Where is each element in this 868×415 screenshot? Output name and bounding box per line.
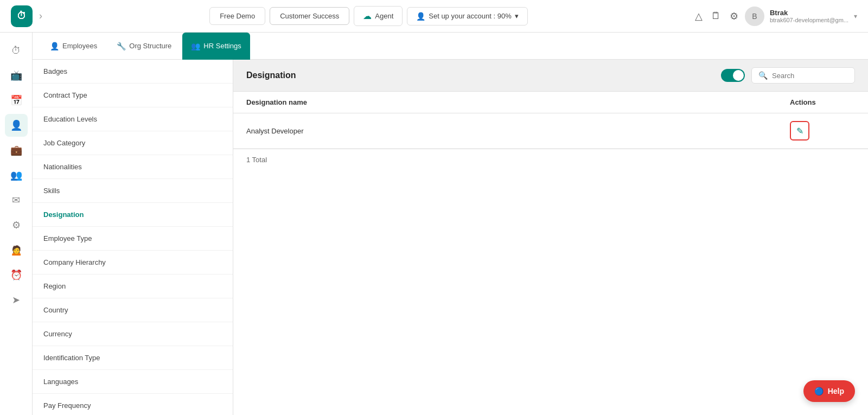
- sidebar-item-settings[interactable]: ⚙: [5, 214, 28, 237]
- main-content: Designation 🔍 Designation name: [233, 60, 868, 415]
- left-sidebar: ⏱ 📺 📅 👤 💼 👥 ✉ ⚙ 🙍 ⏰ ➤: [0, 33, 33, 415]
- settings-item-region[interactable]: Region: [33, 274, 233, 298]
- more-icon: ›: [39, 10, 42, 22]
- tab-org-structure[interactable]: 🔧 Org Structure: [108, 33, 180, 60]
- logo-button[interactable]: ⏱: [11, 5, 33, 27]
- settings-item-currency[interactable]: Currency: [33, 322, 233, 346]
- settings-item-skills[interactable]: Skills: [33, 179, 233, 203]
- designation-name-cell: Analyst Developer: [246, 127, 790, 135]
- toggle-switch[interactable]: [721, 69, 745, 82]
- user-info: Btrak btrak607-development@gm...: [770, 9, 848, 23]
- setup-chevron-icon: ▾: [515, 12, 519, 20]
- free-demo-button[interactable]: Free Demo: [209, 7, 265, 25]
- edit-action-button[interactable]: ✎: [790, 121, 809, 141]
- user-chevron-icon[interactable]: ▾: [854, 12, 857, 20]
- settings-item-languages[interactable]: Languages: [33, 370, 233, 394]
- table-header: Designation name Actions: [233, 92, 868, 113]
- sidebar-item-briefcase[interactable]: 💼: [5, 139, 28, 162]
- sidebar-item-group[interactable]: 👥: [5, 164, 28, 187]
- settings-item-designation[interactable]: Designation: [33, 203, 233, 227]
- settings-item-identification-type[interactable]: Identification Type: [33, 346, 233, 370]
- settings-item-contract-type[interactable]: Contract Type: [33, 84, 233, 107]
- settings-item-badges[interactable]: Badges: [33, 60, 233, 84]
- user-email: btrak607-development@gm...: [770, 17, 848, 23]
- sidebar-item-tv[interactable]: 📺: [5, 64, 28, 87]
- search-input[interactable]: [772, 72, 848, 80]
- avatar: B: [745, 7, 764, 26]
- header-nav: Free Demo Customer Success ☁ Agent 👤 Set…: [53, 6, 684, 26]
- sidebar-item-person[interactable]: 👤: [5, 114, 28, 137]
- search-icon: 🔍: [758, 71, 768, 80]
- settings-item-job-category[interactable]: Job Category: [33, 131, 233, 155]
- top-header: ⏱ › Free Demo Customer Success ☁ Agent 👤…: [0, 0, 868, 33]
- sub-nav: 👤 Employees 🔧 Org Structure 👥 HR Setting…: [33, 33, 868, 60]
- sidebar-item-clock[interactable]: ⏱: [5, 39, 28, 62]
- setup-button[interactable]: 👤 Set up your account : 90% ▾: [407, 7, 527, 25]
- settings-sidebar: Badges Contract Type Education Levels Jo…: [33, 60, 233, 415]
- header-right-controls: 🔍: [721, 67, 855, 84]
- total-count: 1 Total: [246, 156, 267, 164]
- main-layout: 👤 Employees 🔧 Org Structure 👥 HR Setting…: [33, 33, 868, 415]
- tab-hr-settings[interactable]: 👥 HR Settings: [182, 33, 250, 60]
- gear-button[interactable]: ⚙: [730, 10, 738, 22]
- settings-item-employee-type[interactable]: Employee Type: [33, 227, 233, 251]
- data-table: Designation name Actions Analyst Develop…: [233, 92, 868, 415]
- settings-item-company-hierarchy[interactable]: Company Hierarchy: [33, 251, 233, 274]
- edit-icon: ✎: [796, 126, 803, 136]
- col-actions: Actions: [790, 98, 855, 106]
- hr-settings-tab-icon: 👥: [191, 42, 200, 50]
- sidebar-item-calendar[interactable]: 📅: [5, 89, 28, 112]
- tab-employees[interactable]: 👤 Employees: [41, 33, 106, 60]
- content-area: Badges Contract Type Education Levels Jo…: [33, 60, 868, 415]
- header-icon-group: △ 🗒 ⚙: [695, 10, 738, 22]
- help-button[interactable]: 🔵 Help: [803, 380, 855, 402]
- table-row: Analyst Developer ✎: [233, 113, 868, 149]
- agent-cloud-icon: ☁: [363, 11, 372, 21]
- settings-item-nationalities[interactable]: Nationalities: [33, 155, 233, 179]
- search-box: 🔍: [751, 67, 855, 84]
- settings-item-education-levels[interactable]: Education Levels: [33, 107, 233, 131]
- employees-tab-icon: 👤: [50, 42, 59, 50]
- settings-item-pay-frequency[interactable]: Pay Frequency: [33, 394, 233, 415]
- sidebar-item-timer[interactable]: ⏰: [5, 264, 28, 286]
- help-icon: 🔵: [814, 387, 824, 395]
- col-designation-name: Designation name: [246, 98, 790, 106]
- table-footer: 1 Total: [233, 149, 868, 170]
- alert-button[interactable]: △: [695, 10, 703, 22]
- agent-button[interactable]: ☁ Agent: [354, 6, 403, 26]
- settings-item-country[interactable]: Country: [33, 298, 233, 322]
- doc-button[interactable]: 🗒: [711, 10, 721, 22]
- sidebar-item-mail[interactable]: ✉: [5, 189, 28, 212]
- org-structure-tab-icon: 🔧: [117, 42, 126, 50]
- setup-person-icon: 👤: [416, 12, 425, 21]
- toggle-knob: [733, 70, 744, 81]
- content-title: Designation: [246, 71, 296, 80]
- sidebar-item-send[interactable]: ➤: [5, 289, 28, 311]
- content-header: Designation 🔍: [233, 60, 868, 92]
- user-area: B Btrak btrak607-development@gm... ▾: [745, 7, 857, 26]
- customer-success-button[interactable]: Customer Success: [270, 7, 349, 25]
- logo-icon: ⏱: [17, 10, 27, 22]
- sidebar-item-user2[interactable]: 🙍: [5, 239, 28, 261]
- user-name: Btrak: [770, 9, 848, 17]
- actions-cell: ✎: [790, 121, 855, 141]
